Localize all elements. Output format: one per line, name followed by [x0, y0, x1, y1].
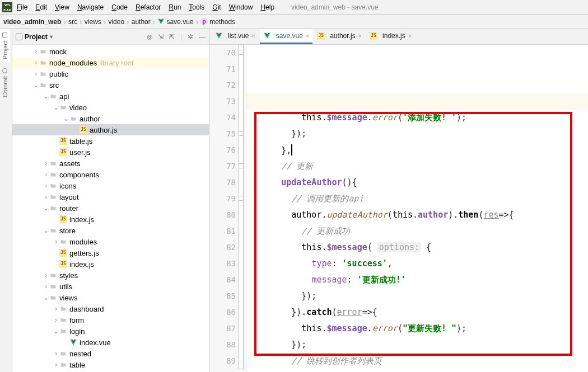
tool-tab-commit[interactable]: Commit: [0, 65, 10, 101]
code-line[interactable]: author.updateAuthor(this.author).then(re…: [251, 207, 588, 223]
line-number[interactable]: 72: [209, 77, 236, 93]
folder-node[interactable]: ⌄video: [12, 102, 209, 113]
folder-node[interactable]: ›public: [12, 68, 209, 79]
tree-arrow[interactable]: ›: [53, 350, 59, 357]
folder-node[interactable]: ›layout: [12, 191, 209, 203]
code-line[interactable]: // 跳转到创作者列表页: [251, 353, 588, 369]
code-line[interactable]: this.$message( options: {: [251, 239, 588, 256]
folder-node[interactable]: ›components: [12, 169, 209, 180]
line-number[interactable]: 81: [209, 223, 236, 239]
line-number[interactable]: 87: [209, 321, 236, 337]
tree-arrow[interactable]: ⌄: [43, 294, 49, 301]
tree-arrow[interactable]: ⌄: [43, 227, 49, 234]
tree-arrow[interactable]: ›: [43, 160, 49, 167]
folder-node[interactable]: ›styles: [12, 270, 209, 281]
tree-arrow[interactable]: ›: [53, 317, 59, 323]
menu-item-code[interactable]: Code: [111, 3, 128, 11]
line-number[interactable]: 75: [209, 126, 236, 142]
folder-node[interactable]: ›assets: [12, 158, 209, 169]
tree-arrow[interactable]: ›: [32, 48, 39, 55]
menu-item-navigate[interactable]: Navigate: [77, 3, 104, 11]
editor-tab[interactable]: JSindex.js×: [366, 29, 415, 44]
tree-arrow[interactable]: ›: [43, 272, 49, 279]
line-number[interactable]: 78: [209, 175, 236, 191]
breadcrumb-item[interactable]: author: [132, 18, 151, 26]
tree-arrow[interactable]: ⌄: [53, 328, 59, 335]
code-line[interactable]: message: '更新成功!': [251, 272, 588, 288]
line-number[interactable]: 88: [209, 337, 236, 353]
tree-arrow[interactable]: ⌄: [63, 115, 69, 122]
tree-arrow[interactable]: ›: [32, 59, 39, 66]
breadcrumb-file[interactable]: save.vue: [157, 18, 193, 26]
close-icon[interactable]: ×: [358, 32, 362, 39]
line-number[interactable]: 89: [209, 353, 236, 369]
file-node[interactable]: JSgetters.js: [12, 247, 209, 258]
menu-item-git[interactable]: Git: [212, 3, 221, 11]
folder-node[interactable]: ›form: [12, 314, 209, 326]
folder-node[interactable]: ›modules: [12, 236, 209, 247]
tree-arrow[interactable]: ⌄: [53, 104, 59, 111]
line-number[interactable]: 74: [209, 110, 236, 126]
file-node[interactable]: JSauthor.js: [12, 124, 209, 135]
code-line[interactable]: }).catch(error=>{: [251, 304, 588, 321]
code-line[interactable]: this.$message.error("更新失败! ");: [251, 321, 588, 337]
file-node[interactable]: JSindex.js: [12, 258, 209, 270]
folder-node[interactable]: ⌄src: [12, 79, 209, 91]
folder-node[interactable]: ›nested: [12, 348, 209, 359]
menu-item-tools[interactable]: Tools: [189, 3, 204, 11]
fold-strip[interactable]: [239, 45, 244, 372]
folder-node[interactable]: ›table: [12, 359, 209, 370]
line-gutter[interactable]: 7071727374757677787980818283848586878889: [209, 45, 246, 372]
code-line[interactable]: updateAuthor(){: [251, 175, 588, 191]
breadcrumb-item[interactable]: src: [68, 18, 77, 26]
code-line[interactable]: this.$message.error('添加失败! ');: [251, 110, 588, 126]
tree-arrow[interactable]: ⌄: [43, 205, 49, 211]
file-node[interactable]: index.vue: [12, 337, 209, 348]
panel-title[interactable]: Project ▾: [16, 33, 53, 41]
close-icon[interactable]: ×: [408, 32, 412, 39]
menu-item-window[interactable]: Window: [229, 3, 253, 11]
folder-node[interactable]: ⌄router: [12, 203, 209, 214]
line-number[interactable]: 70: [209, 45, 236, 61]
breadcrumb-item[interactable]: views: [85, 18, 101, 26]
code-line[interactable]: });: [251, 126, 588, 142]
file-node[interactable]: JSuser.js: [12, 147, 209, 158]
line-number[interactable]: 71: [209, 61, 236, 77]
line-number[interactable]: 84: [209, 272, 236, 288]
code-line[interactable]: // 调用更新的api: [251, 191, 588, 207]
folder-node[interactable]: ›node_moduleslibrary root: [12, 57, 209, 68]
code-line[interactable]: },: [251, 142, 588, 158]
folder-node[interactable]: ⌄views: [12, 292, 209, 303]
menu-item-run[interactable]: Run: [169, 3, 181, 11]
code-line[interactable]: type: 'success',: [251, 256, 588, 272]
line-number[interactable]: 83: [209, 256, 236, 272]
folder-node[interactable]: ›mock: [12, 46, 209, 57]
gear-icon[interactable]: ✲: [188, 33, 193, 41]
tree-arrow[interactable]: ›: [32, 70, 39, 77]
locate-icon[interactable]: ◎: [147, 33, 152, 41]
code-line[interactable]: });: [251, 337, 588, 353]
tree-arrow[interactable]: ⌄: [43, 93, 49, 100]
folder-node[interactable]: ⌄login: [12, 326, 209, 337]
folder-node[interactable]: ⌄author: [12, 113, 209, 124]
editor-tab[interactable]: list.vue×: [212, 29, 259, 44]
code-line[interactable]: });: [251, 288, 588, 304]
code-line[interactable]: // 更新成功: [251, 223, 588, 239]
line-number[interactable]: 85: [209, 288, 236, 304]
folder-node[interactable]: ⌄api: [12, 91, 209, 102]
tree-arrow[interactable]: ›: [43, 194, 49, 200]
hide-icon[interactable]: —: [199, 33, 206, 41]
menu-item-file[interactable]: File: [17, 3, 27, 11]
breadcrumb-project[interactable]: video_admin_web: [3, 18, 61, 26]
line-number[interactable]: 77: [209, 158, 236, 175]
line-number[interactable]: 80: [209, 207, 236, 223]
menu-item-edit[interactable]: Edit: [35, 3, 47, 11]
collapse-icon[interactable]: ⇱: [169, 33, 175, 41]
menu-item-refactor[interactable]: Refactor: [136, 3, 161, 11]
code-line[interactable]: this.$router.push( location: {path: '/au…: [251, 369, 588, 372]
tree-arrow[interactable]: ›: [53, 238, 59, 245]
line-number[interactable]: 73: [209, 93, 236, 110]
project-tree[interactable]: ›mock›node_moduleslibrary root›public⌄sr…: [12, 45, 209, 372]
line-number[interactable]: 82: [209, 239, 236, 256]
line-number[interactable]: 86: [209, 304, 236, 321]
